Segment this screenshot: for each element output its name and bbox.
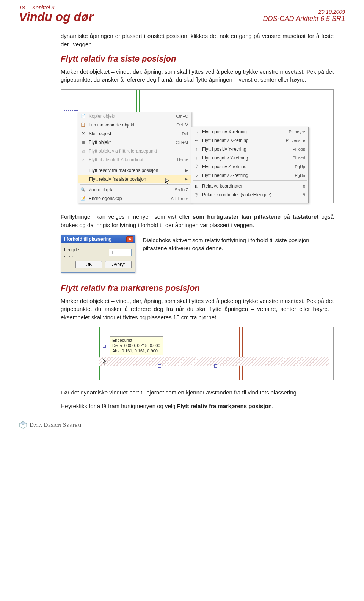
submenu-item-x-pos[interactable]: → Flytt i positiv X-retning Pil høyre [191,127,308,136]
menu-item-move-rel-last[interactable]: Flytt relativ fra siste posisjon ▶ [78,175,191,183]
page-title: Vindu og dør [19,11,93,23]
submenu-item-polar-coords[interactable]: ◷ Polare koordinater (vinkel+lengde) 9 [191,190,308,199]
z-icon: z [80,157,86,163]
length-dialog: I forhold til plassering ✕ Lengde . . . … [61,235,135,273]
context-submenu-move-direction: → Flytt i positiv X-retning Pil høyre ← … [191,127,309,203]
submenu-item-z-neg[interactable]: ⇩ Flytt i negativ Z-retning PgDn [191,171,308,180]
context-menu-screenshot: 📄 Kopier objekt Ctrl+C 📋 Lim inn kopiert… [61,89,334,203]
menu-item-properties[interactable]: 📝 Endre egenskap Alt+Enter [78,194,191,203]
mid-paragraph: Forflytningen kan velges i menyen som vi… [61,213,334,229]
zoom-icon: 🔍 [80,187,86,193]
length-input[interactable] [109,249,132,256]
product-name: DDS-CAD Arkitekt 6.5 SR1 [263,15,345,23]
ok-button[interactable]: OK [75,261,102,268]
submenu-item-x-neg[interactable]: ← Flytt i negativ X-retning Pil venstre [191,136,308,145]
submenu-arrow-icon: ▶ [185,177,188,181]
menu-item-paste[interactable]: 📋 Lim inn kopierte objekt Ctrl+V [78,120,191,129]
plan-view-screenshot: Endepunkt Delta: 0.000, 0.215, 0.000 Abs… [61,327,334,380]
section1-heading: Flytt relativ fra siste posisjon [61,54,334,64]
submenu-item-y-pos[interactable]: ↑ Flytt i positiv Y-retning Pil opp [191,145,308,153]
delete-icon: ✕ [80,131,86,137]
context-menu-main: 📄 Kopier objekt Ctrl+C 📋 Lim inn kopiert… [78,111,191,203]
close-button[interactable]: ✕ [126,236,133,242]
arrow-right-icon: → [193,129,200,135]
dialog-title: I forhold til plassering [64,237,111,242]
intro-paragraph: dynamiske åpningen er plassert i ønsket … [61,32,334,49]
page-date: 20.10.2009 [263,9,345,15]
arrow-up-z-icon: ⇧ [193,164,200,170]
closing-para-1: Før det dynamiske vinduet bort til hjørn… [61,388,334,397]
submenu-item-rel-coords[interactable]: ◧ Relative koordinater 8 [191,181,308,190]
properties-icon: 📝 [80,196,86,202]
paste-icon: 📋 [80,122,86,128]
section2-paragraph: Marker det objektet – vindu, dør, åpning… [61,297,334,322]
snap-tooltip: Endepunkt Delta: 0.000, 0.215, 0.000 Abs… [110,336,163,355]
menu-item-delete[interactable]: ✕ Slett objekt Del [78,129,191,138]
polar-coords-icon: ◷ [193,192,200,198]
arrow-down-icon: ↓ [193,155,200,161]
rel-coords-icon: ◧ [193,183,200,189]
closing-para-2: Høyreklikk for å få fram hurtigmenyen og… [61,402,334,410]
svg-marker-1 [20,421,27,425]
page-footer: Data Design System [19,418,345,429]
arrow-down-z-icon: ⇩ [193,172,200,178]
menu-item-move-z[interactable]: z Flytt til absolutt Z-koordinat Home [78,155,191,164]
submenu-item-y-neg[interactable]: ↓ Flytt i negativ Y-retning Pil ned [191,153,308,162]
footer-company: Data Design System [30,422,82,428]
menu-item-zoom[interactable]: 🔍 Zoom objekt Shift+Z [78,185,191,194]
section2-heading: Flytt relativ fra markørens posisjon [61,283,334,293]
cancel-button[interactable]: Avbryt [105,261,132,268]
dds-logo-icon [19,421,27,429]
section1-paragraph: Marker det objektet – vindu, dør, åpning… [61,68,334,84]
copy-icon: 📄 [80,113,86,119]
dialog-caption: Dialogboks aktivert som relativ forflytn… [143,236,334,253]
menu-item-copy[interactable]: 📄 Kopier objekt Ctrl+C [78,112,191,120]
arrow-left-icon: ← [193,137,200,144]
arrow-up-icon: ↑ [193,146,200,152]
move-icon: ▦ [80,139,86,145]
length-label: Lengde . . . . . . . . . . . . . . [64,247,107,258]
submenu-arrow-icon: ▶ [185,168,188,172]
menu-item-move-ref[interactable]: ▧ Flytt objekt via fritt referansepunkt [78,147,191,155]
menu-item-move-rel-cursor[interactable]: Flytt relativ fra markørens posisjon ▶ [78,166,191,175]
cursor-icon [102,358,109,365]
page-header: 18 ... Kapittel 3 Vindu og dør 20.10.200… [19,5,345,24]
move-ref-icon: ▧ [80,148,86,154]
submenu-item-z-pos[interactable]: ⇧ Flytt i positiv Z-retning PgUp [191,162,308,171]
menu-item-move[interactable]: ▦ Flytt objekt Ctrl+M [78,138,191,147]
